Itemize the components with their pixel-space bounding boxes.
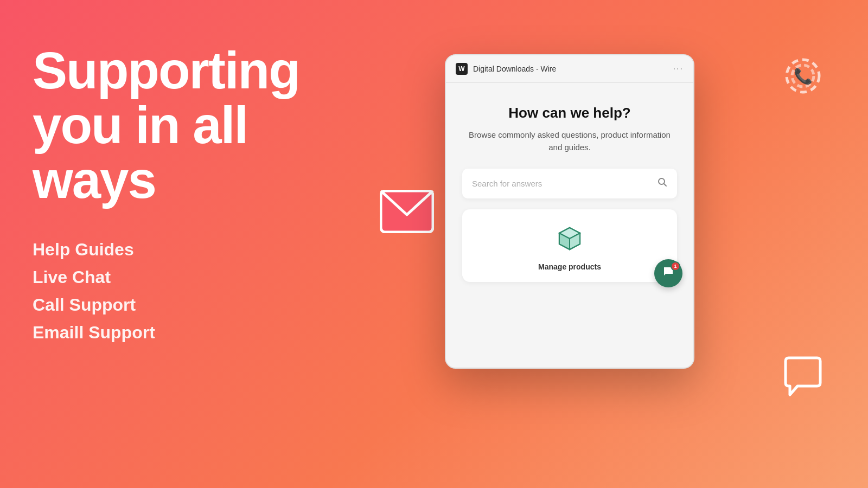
browser-card: W Digital Downloads - Wire ··· How can w… <box>445 54 694 369</box>
floating-email-icon <box>380 190 434 233</box>
chat-badge[interactable]: 1 <box>654 259 682 287</box>
search-placeholder: Search for answers <box>472 179 542 188</box>
nav-link-email-support[interactable]: Emaill Support <box>33 323 347 343</box>
search-icon <box>658 177 667 190</box>
chat-notification-badge: 1 <box>671 261 680 271</box>
floating-phone-icon: 📞 <box>781 54 825 100</box>
widget-card-products[interactable]: Manage products 1 <box>462 209 677 282</box>
widget-cards-row: Manage products 1 <box>462 209 677 282</box>
widget-body: How can we help? Browse commonly asked q… <box>446 83 693 367</box>
widget-heading: How can we help? <box>462 105 677 121</box>
browser-menu-dots[interactable]: ··· <box>673 64 684 74</box>
svg-text:📞: 📞 <box>794 67 813 85</box>
hero-title: Supporting you in all ways <box>33 43 347 207</box>
browser-title: Digital Downloads - Wire <box>473 65 668 73</box>
widget-subtext: Browse commonly asked questions, product… <box>462 129 677 153</box>
cube-icon <box>556 226 583 255</box>
widget-card-label-products: Manage products <box>538 262 601 271</box>
search-bar[interactable]: Search for answers <box>462 169 677 198</box>
browser-titlebar: W Digital Downloads - Wire ··· <box>446 55 693 83</box>
browser-favicon: W <box>456 63 468 75</box>
floating-chat-bubble-icon <box>781 356 825 401</box>
left-content: Supporting you in all ways Help Guides L… <box>33 43 347 343</box>
nav-link-help-guides[interactable]: Help Guides <box>33 240 347 260</box>
nav-link-live-chat[interactable]: Live Chat <box>33 267 347 287</box>
svg-line-5 <box>664 184 667 187</box>
nav-link-call-support[interactable]: Call Support <box>33 295 347 315</box>
nav-links: Help Guides Live Chat Call Support Email… <box>33 240 347 343</box>
